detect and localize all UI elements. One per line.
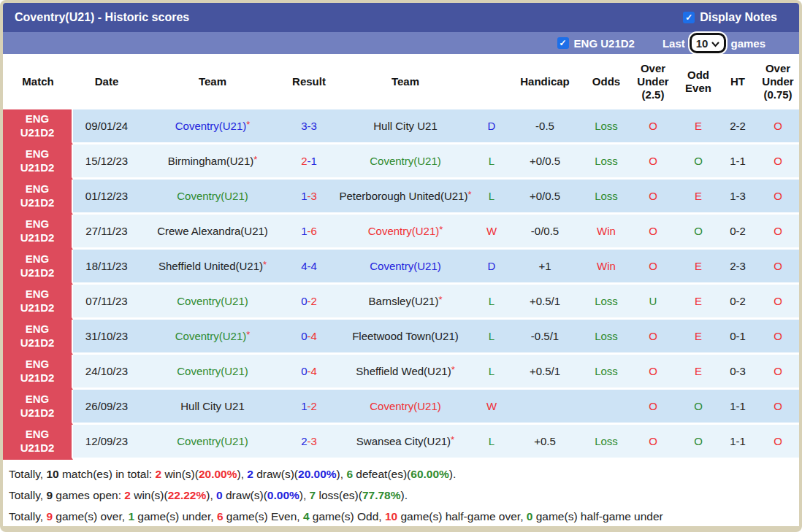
- home-team: Coventry(U21): [140, 425, 285, 460]
- over-under-0-75: O: [757, 320, 799, 355]
- ht-score: 1-3: [719, 180, 757, 215]
- score: 0-4: [285, 355, 333, 390]
- ht-score: 0-2: [719, 285, 757, 320]
- home-advantage-star: *: [263, 259, 267, 270]
- home-advantage-star: *: [467, 189, 471, 200]
- match-date: 18/11/23: [73, 250, 140, 285]
- games-count-select[interactable]: 10: [690, 33, 727, 53]
- odd-even: E: [678, 109, 719, 144]
- odds-result: Loss: [584, 425, 628, 460]
- over-under-0-75: O: [757, 109, 799, 144]
- over-under-2-5: O: [628, 425, 678, 460]
- match-row: ENG U21D209/01/24Coventry(U21)*3-3Hull C…: [3, 109, 799, 144]
- score: 1-2: [285, 390, 333, 425]
- match-date: 09/01/24: [73, 109, 140, 144]
- league-badge: ENG U21D2: [3, 320, 73, 355]
- handicap: -0/0.5: [505, 215, 584, 250]
- match-date: 24/10/23: [73, 355, 140, 390]
- away-team: Coventry(U21): [333, 144, 478, 180]
- odd-even: E: [678, 320, 719, 355]
- odds-result: Loss: [584, 180, 628, 215]
- chevron-down-icon: [711, 37, 719, 50]
- filter-bar: ✓ ENG U21D2 Last 10 games: [3, 32, 799, 54]
- home-team: Coventry(U21): [140, 355, 285, 390]
- column-header-over-under-25: Over Under (2.5): [628, 54, 678, 109]
- away-team: Hull City U21: [333, 109, 478, 144]
- odds-result: Win: [584, 215, 628, 250]
- home-advantage-star: *: [253, 154, 257, 165]
- outcome-letter: W: [478, 390, 505, 425]
- games-count-value: 10: [696, 37, 709, 50]
- league-badge: ENG U21D2: [3, 144, 73, 180]
- column-header-odd-even: Odd Even: [678, 54, 719, 109]
- match-row: ENG U21D231/10/23Coventry(U21)*0-4Fleetw…: [3, 320, 799, 355]
- league-badge: ENG U21D2: [3, 285, 73, 320]
- handicap: +0/0.5: [505, 180, 584, 215]
- league-badge: ENG U21D2: [3, 250, 73, 285]
- odd-even: E: [678, 285, 719, 320]
- match-row: ENG U21D212/09/23Coventry(U21)2-3Swansea…: [3, 425, 799, 460]
- over-under-2-5: O: [628, 250, 678, 285]
- odd-even: E: [678, 355, 719, 390]
- match-row: ENG U21D227/11/23Crewe Alexandra(U21)1-6…: [3, 215, 799, 250]
- odds-result: Loss: [584, 355, 628, 390]
- handicap: +0/0.5: [505, 144, 584, 180]
- over-under-0-75: O: [757, 215, 799, 250]
- away-team: Coventry(U21): [333, 250, 478, 285]
- over-under-2-5: U: [628, 285, 678, 320]
- odds-result: Loss: [584, 285, 628, 320]
- odd-even: E: [678, 250, 719, 285]
- score: 2-1: [285, 144, 333, 180]
- ht-score: 0-3: [719, 355, 757, 390]
- outcome-letter: D: [478, 109, 505, 144]
- score: 0-2: [285, 285, 333, 320]
- home-advantage-star: *: [451, 364, 455, 375]
- away-team: Barnsley(U21)*: [333, 285, 478, 320]
- away-team: Coventry(U21): [333, 390, 478, 425]
- outcome-letter: L: [478, 180, 505, 215]
- match-date: 31/10/23: [73, 320, 140, 355]
- league-filter-checkbox[interactable]: ✓: [557, 37, 569, 49]
- page-title: Coventry(U21) - Historic scores: [15, 11, 189, 24]
- home-team: Crewe Alexandra(U21): [140, 215, 285, 250]
- match-date: 07/11/23: [73, 285, 140, 320]
- outcome-letter: L: [478, 355, 505, 390]
- over-under-0-75: O: [757, 180, 799, 215]
- match-row: ENG U21D218/11/23Sheffield United(U21)*4…: [3, 250, 799, 285]
- home-team: Birmingham(U21)*: [140, 144, 285, 180]
- home-team: Coventry(U21): [140, 285, 285, 320]
- outcome-letter: L: [478, 425, 505, 460]
- over-under-0-75: O: [757, 144, 799, 180]
- odds-result: Loss: [584, 144, 628, 180]
- column-header-handicap: Handicap: [505, 54, 584, 109]
- handicap: +0.5/1: [505, 355, 584, 390]
- display-notes-checkbox[interactable]: ✓: [683, 12, 695, 23]
- league-badge: ENG U21D2: [3, 425, 73, 460]
- ht-score: 2-2: [719, 109, 757, 144]
- column-header-blank: [478, 54, 505, 109]
- odds-result: [584, 390, 628, 425]
- over-under-2-5: O: [628, 144, 678, 180]
- column-header-match: Match: [3, 54, 73, 109]
- match-date: 15/12/23: [73, 144, 140, 180]
- league-filter-label: ENG U21D2: [574, 37, 635, 50]
- handicap: +0.5: [505, 425, 584, 460]
- match-row: ENG U21D201/12/23Coventry(U21)1-3Peterbo…: [3, 180, 799, 215]
- match-row: ENG U21D215/12/23Birmingham(U21)*2-1Cove…: [3, 144, 799, 180]
- match-row: ENG U21D226/09/23Hull City U211-2Coventr…: [3, 390, 799, 425]
- match-row: ENG U21D224/10/23Coventry(U21)0-4Sheffie…: [3, 355, 799, 390]
- outcome-letter: L: [478, 285, 505, 320]
- home-team: Sheffield United(U21)*: [140, 250, 285, 285]
- home-team: Hull City U21: [140, 390, 285, 425]
- odds-result: Loss: [584, 109, 628, 144]
- column-header-over-under-075: Over Under (0.75): [757, 54, 799, 109]
- away-team: Peterborough United(U21)*: [333, 180, 478, 215]
- ht-score: 1-1: [719, 425, 757, 460]
- handicap: [505, 390, 584, 425]
- display-notes-label: Display Notes: [700, 11, 777, 24]
- ht-score: 0-1: [719, 320, 757, 355]
- handicap: -0.5: [505, 109, 584, 144]
- match-date: 26/09/23: [73, 390, 140, 425]
- outcome-letter: L: [478, 320, 505, 355]
- score: 2-3: [285, 425, 333, 460]
